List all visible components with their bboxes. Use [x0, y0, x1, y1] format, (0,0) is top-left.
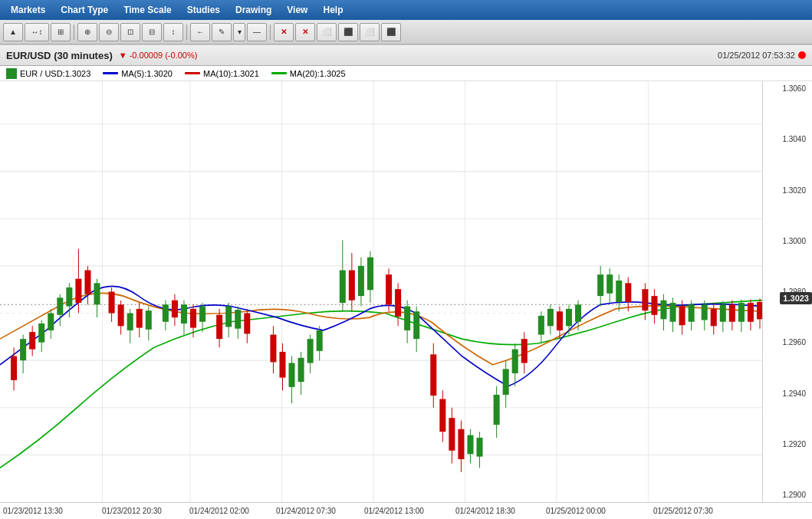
time-label-4: 01/24/2012 07:30 [276, 507, 336, 515]
current-price-badge: 1.3023 [780, 292, 812, 304]
price-2: 1.3040 [766, 135, 809, 143]
chart-area: 1.3060 1.3040 1.3020 1.3000 1.2980 1.296… [0, 81, 812, 502]
draw-dropdown[interactable]: ▾ [233, 23, 245, 41]
main-area: EUR/USD (30 minutes) ▼ -0.00009 (-0.00%)… [0, 44, 812, 519]
menu-item-view[interactable]: View [281, 2, 314, 18]
svg-rect-20 [20, 339, 26, 360]
svg-rect-126 [607, 274, 613, 294]
svg-rect-58 [216, 315, 222, 339]
svg-rect-66 [270, 335, 276, 363]
menu-item-studies[interactable]: Studies [181, 2, 226, 18]
svg-rect-154 [748, 303, 754, 322]
expand-btn[interactable]: ⊟ [142, 23, 162, 41]
svg-rect-28 [57, 297, 63, 314]
svg-rect-74 [307, 339, 314, 363]
time-label-5: 01/24/2012 13:00 [364, 507, 424, 515]
svg-rect-18 [11, 356, 17, 380]
svg-rect-36 [94, 283, 100, 304]
price-1: 1.3060 [766, 84, 809, 93]
svg-rect-70 [289, 363, 295, 386]
legend-ma20: MA(20):1.3025 [271, 69, 346, 78]
svg-rect-24 [38, 324, 44, 343]
svg-rect-144 [702, 304, 708, 320]
price-axis: 1.3060 1.3040 1.3020 1.3000 1.2980 1.296… [762, 81, 812, 502]
svg-rect-152 [738, 303, 745, 322]
svg-rect-60 [225, 307, 232, 327]
svg-rect-88 [395, 289, 401, 317]
legend-eurusd-label: EUR / USD:1.3023 [20, 69, 90, 78]
svg-rect-110 [512, 350, 518, 373]
price-4: 1.3000 [766, 237, 809, 245]
zoom-tool[interactable]: ⊞ [51, 23, 71, 41]
chart-header: EUR/USD (30 minutes) ▼ -0.00009 (-0.00%)… [0, 44, 812, 66]
crosshair-tool[interactable]: ↔↕ [25, 23, 49, 41]
legend-ma5-label: MA(5):1.3020 [121, 69, 173, 78]
svg-rect-34 [84, 270, 90, 294]
svg-rect-114 [538, 316, 544, 335]
price-8: 1.2920 [766, 440, 809, 448]
hide-btn[interactable]: ⬛ [338, 23, 358, 41]
time-label-7: 01/25/2012 00:00 [546, 507, 606, 515]
draw-btn[interactable]: ✎ [212, 23, 232, 41]
separator-2 [186, 25, 187, 40]
scroll-btn[interactable]: ↕ [163, 23, 183, 41]
svg-rect-82 [358, 266, 364, 296]
menu-item-time-scale[interactable]: Time Scale [117, 2, 177, 18]
svg-rect-56 [199, 307, 205, 322]
chart-legend: EUR / USD:1.3023 MA(5):1.3020 MA(10):1.3… [0, 66, 812, 81]
svg-rect-44 [136, 309, 143, 328]
svg-rect-46 [146, 310, 152, 330]
time-label-3: 01/24/2012 02:00 [189, 507, 249, 515]
export-btn[interactable]: ⬛ [381, 23, 401, 41]
chart-canvas[interactable] [0, 81, 762, 502]
legend-ma10-icon [185, 72, 200, 74]
svg-rect-100 [458, 429, 464, 459]
print-btn[interactable]: ⬜ [360, 23, 380, 41]
delete-btn[interactable]: ✕ [274, 23, 294, 41]
svg-rect-102 [467, 435, 473, 455]
svg-rect-86 [386, 274, 392, 304]
fit-btn[interactable]: ⊡ [120, 23, 140, 41]
time-label-2: 01/23/2012 20:30 [102, 507, 162, 515]
show-btn[interactable]: ⬜ [317, 23, 337, 41]
price-3: 1.3020 [766, 186, 809, 195]
legend-eurusd-icon [6, 68, 17, 79]
svg-rect-76 [317, 330, 323, 351]
svg-rect-156 [757, 302, 762, 319]
svg-rect-90 [404, 307, 410, 330]
back-btn[interactable]: ← [190, 23, 210, 41]
price-7: 1.2940 [766, 389, 809, 398]
svg-rect-72 [298, 358, 304, 382]
svg-rect-32 [75, 279, 81, 303]
menu-item-help[interactable]: Help [317, 2, 349, 18]
menu-item-drawing[interactable]: Drawing [229, 2, 278, 18]
svg-rect-78 [340, 270, 346, 303]
zoom-in-btn[interactable]: ⊕ [77, 23, 97, 41]
svg-rect-138 [670, 303, 676, 322]
cursor-tool[interactable]: ▲ [3, 23, 23, 41]
time-axis: 01/23/2012 13:30 01/23/2012 20:30 01/24/… [0, 502, 812, 519]
svg-rect-22 [29, 332, 35, 349]
time-label-6: 01/24/2012 18:30 [455, 507, 515, 515]
svg-rect-84 [367, 258, 373, 291]
svg-rect-150 [729, 304, 735, 321]
line-btn[interactable]: — [247, 23, 267, 41]
legend-ma20-icon [271, 72, 287, 74]
svg-rect-118 [557, 311, 563, 330]
svg-rect-96 [439, 399, 445, 432]
svg-rect-128 [616, 281, 622, 302]
menu-bar: MarketsChart TypeTime ScaleStudiesDrawin… [0, 0, 812, 20]
price-6: 1.2960 [766, 338, 809, 347]
menu-item-chart-type[interactable]: Chart Type [54, 2, 114, 18]
menu-item-markets[interactable]: Markets [5, 2, 51, 18]
delete-all-btn[interactable]: ✕ [295, 23, 315, 41]
svg-rect-106 [494, 395, 500, 425]
legend-ma10-label: MA(10):1.3021 [203, 69, 259, 78]
svg-rect-64 [244, 314, 250, 334]
zoom-out-btn[interactable]: ⊖ [99, 23, 119, 41]
svg-rect-92 [413, 311, 419, 339]
chart-timestamp: 01/25/2012 07:53:32 [718, 51, 795, 60]
svg-rect-52 [181, 304, 187, 324]
price-change: ▼ -0.00009 (-0.00%) [119, 51, 198, 60]
svg-rect-50 [172, 301, 178, 317]
